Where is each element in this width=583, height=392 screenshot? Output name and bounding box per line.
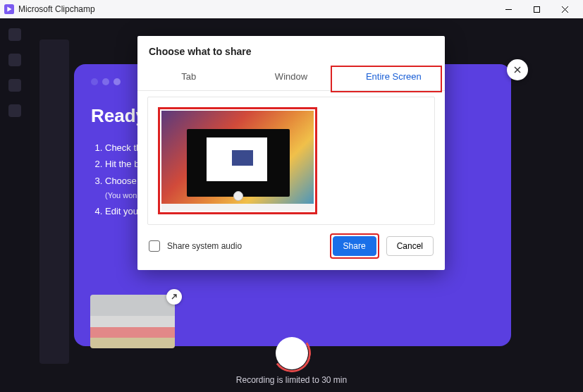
maximize-icon [533, 6, 541, 13]
screen-preview-area [147, 97, 435, 225]
app-body: Ready to Check the Hit the bi Choose a(Y… [0, 18, 583, 392]
webcam-preview[interactable] [90, 295, 175, 348]
sidebar-icon[interactable] [8, 28, 21, 41]
sidebar-icon[interactable] [8, 79, 21, 92]
svg-rect-2 [534, 6, 539, 12]
share-source-tabs: Tab Window Entire Screen [137, 64, 445, 91]
minimize-button[interactable] [494, 0, 522, 18]
x-icon [513, 65, 522, 75]
cancel-button[interactable]: Cancel [386, 236, 434, 256]
maximize-button[interactable] [522, 0, 551, 18]
dialog-title: Choose what to share [137, 36, 445, 64]
sidebar-icon[interactable] [8, 54, 21, 66]
record-button[interactable] [276, 337, 308, 369]
share-audio-label[interactable]: Share system audio [167, 241, 323, 251]
annotation-highlight [158, 107, 317, 214]
media-panel [39, 39, 69, 364]
app-sidebar [0, 18, 30, 392]
expand-arrow-icon [170, 293, 178, 301]
annotation-highlight: Share [330, 233, 379, 259]
tab-window[interactable]: Window [240, 64, 342, 90]
tab-entire-screen[interactable]: Entire Screen [343, 64, 445, 90]
share-screen-dialog: Choose what to share Tab Window Entire S… [137, 36, 445, 270]
window-titlebar: Microsoft Clipchamp [0, 0, 583, 18]
share-button[interactable]: Share [333, 236, 376, 256]
minimize-icon [505, 6, 513, 13]
close-button[interactable] [551, 0, 579, 18]
sidebar-icon[interactable] [8, 104, 21, 117]
recording-limit-text: Recording is limited to 30 min [0, 375, 583, 385]
dialog-footer: Share system audio Share Cancel [137, 225, 445, 262]
thumbnail-window [187, 129, 290, 197]
tab-tab[interactable]: Tab [137, 64, 240, 90]
screen-thumbnail[interactable] [161, 111, 314, 211]
close-overlay-button[interactable] [507, 59, 528, 80]
share-audio-checkbox[interactable] [149, 240, 160, 252]
expand-preview-button[interactable] [166, 289, 182, 305]
close-icon [561, 6, 569, 13]
app-title: Microsoft Clipchamp [18, 4, 95, 14]
clipchamp-logo-icon [4, 4, 14, 14]
